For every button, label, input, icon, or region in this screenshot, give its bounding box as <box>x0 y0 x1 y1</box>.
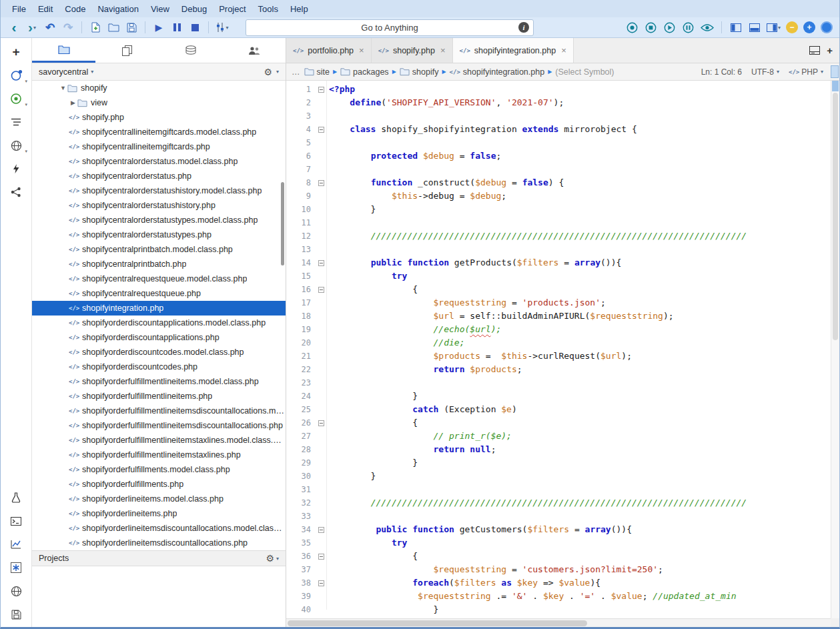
breadcrumb-item-SelectSymbol[interactable]: (Select Symbol) <box>555 67 614 77</box>
tree-item-shopifyorderfulfillmentlineitems.php[interactable]: </>shopifyorderfulfillmentlineitems.php <box>32 389 286 404</box>
horizontal-scroll-thumb[interactable] <box>288 620 587 626</box>
rail-share-button[interactable] <box>6 185 26 199</box>
editor-horizontal-scrollbar[interactable] <box>286 618 831 627</box>
tree-expander-icon[interactable]: ▼ <box>59 85 67 91</box>
rail-sync-button[interactable]: ▾ <box>6 68 26 83</box>
fold-toggle[interactable] <box>318 287 324 293</box>
run-button[interactable]: ▶ <box>152 19 165 35</box>
rail-web-button[interactable] <box>6 584 26 598</box>
open-files-panel-button[interactable] <box>809 46 820 55</box>
fold-toggle[interactable] <box>318 580 324 586</box>
tree-item-shopifycentralrequestqueue.model.class.php[interactable]: </>shopifycentralrequestqueue.model.clas… <box>32 271 286 286</box>
stop-button[interactable] <box>188 19 201 35</box>
rail-add-button[interactable]: + <box>6 45 26 59</box>
toggle-bottom-pane-button[interactable] <box>748 19 761 35</box>
rail-unit-test-button[interactable] <box>6 490 26 505</box>
fold-toggle[interactable] <box>318 420 324 426</box>
rail-profiler-button[interactable] <box>6 537 26 552</box>
language-selector[interactable]: </> PHP ▾ <box>789 67 823 77</box>
macro-pause-button[interactable] <box>682 19 695 35</box>
new-tab-button[interactable]: + <box>827 45 833 56</box>
new-file-button[interactable] <box>89 19 102 35</box>
editor-tab-portfolio.php[interactable]: </>portfolio.php× <box>286 38 372 63</box>
fold-toggle[interactable] <box>318 127 324 133</box>
tree-item-shopifyorderfulfillments.model.class.php[interactable]: </>shopifyorderfulfillments.model.class.… <box>32 462 286 477</box>
fold-toggle[interactable] <box>318 87 324 93</box>
editor-tab-shopifyintegration.php[interactable]: </>shopifyintegration.php× <box>453 38 574 63</box>
tree-item-shopifycentrallineitemgiftcards.php[interactable]: </>shopifycentrallineitemgiftcards.php <box>32 139 286 154</box>
rail-save-button[interactable] <box>6 607 26 622</box>
tree-item-shopifycentralprintbatch.php[interactable]: </>shopifycentralprintbatch.php <box>32 257 286 271</box>
tab-close-button[interactable]: × <box>359 45 364 55</box>
open-file-button[interactable] <box>107 19 120 35</box>
undo-button[interactable]: ↶ <box>43 19 57 35</box>
tree-item-shopifyorderdiscountcodes.php[interactable]: </>shopifyorderdiscountcodes.php <box>32 360 286 374</box>
tree-item-shopifyorderfulfillmentlineitems.model.class.php[interactable]: </>shopifyorderfulfillmentlineitems.mode… <box>32 374 286 389</box>
plus-circle-button[interactable]: + <box>803 21 815 33</box>
tree-item-shopifycentralprintbatch.model.class.php[interactable]: </>shopifycentralprintbatch.model.class.… <box>32 242 286 257</box>
rail-browser-button[interactable]: ▾ <box>6 138 26 153</box>
tree-item-shopifycentralrequestqueue.php[interactable]: </>shopifycentralrequestqueue.php <box>32 286 286 301</box>
toggle-right-pane-button[interactable]: ▾ <box>767 19 781 35</box>
redo-button[interactable]: ↷ <box>61 19 75 35</box>
rail-quick-actions-button[interactable] <box>6 161 26 176</box>
tree-item-shopifyorderfulfillments.php[interactable]: </>shopifyorderfulfillments.php <box>32 477 286 492</box>
project-selector-row[interactable]: savorycentral ▾ ⚙ ▾ <box>32 63 286 81</box>
tree-scrollbar[interactable] <box>281 182 284 265</box>
search-info-icon[interactable]: i <box>518 22 529 33</box>
rail-macro-button[interactable]: ▾ <box>6 91 26 106</box>
rail-terminal-button[interactable] <box>6 514 26 528</box>
tree-item-shopifycentralorderstatushistory.model.class.php[interactable]: </>shopifycentralorderstatushistory.mode… <box>32 183 286 198</box>
breadcrumb-item-shopify[interactable]: shopify <box>400 67 439 77</box>
tree-item-shopifycentralorderstatustypes.model.class.php[interactable]: </>shopifycentralorderstatustypes.model.… <box>32 213 286 227</box>
places-settings-button[interactable]: ⚙ ▾ <box>264 67 279 77</box>
tree-item-shopifyorderlineitems.model.class.php[interactable]: </>shopifyorderlineitems.model.class.php <box>32 492 286 506</box>
menu-file[interactable]: File <box>6 1 32 17</box>
tree-item-shopifyorderdiscountapplications.model.class.php[interactable]: </>shopifyorderdiscountapplications.mode… <box>32 316 286 330</box>
tab-files[interactable] <box>32 38 95 63</box>
tab-close-button[interactable]: × <box>440 45 446 55</box>
tree-expander-icon[interactable]: ▶ <box>69 99 77 106</box>
minus-circle-button[interactable]: − <box>786 21 798 33</box>
menu-tools[interactable]: Tools <box>252 1 284 17</box>
tree-item-shopifyorderfulfillmentlineitemstaxlines.model.class.php[interactable]: </>shopifyorderfulfillmentlineitemstaxli… <box>32 433 286 448</box>
vertical-scroll-thumb[interactable] <box>833 93 838 340</box>
encoding-selector[interactable]: UTF-8 ▾ <box>751 67 779 77</box>
tab-open-files[interactable] <box>95 38 159 63</box>
search-input[interactable] <box>246 19 534 36</box>
tab-databases[interactable] <box>159 38 222 63</box>
tree-item-shopifyintegration.php[interactable]: </>shopifyintegration.php <box>32 301 286 316</box>
tree-item-shopify.php[interactable]: </>shopify.php <box>32 110 286 125</box>
preview-button[interactable] <box>701 19 714 35</box>
tree-item-shopifyorderdiscountapplications.php[interactable]: </>shopifyorderdiscountapplications.php <box>32 330 286 345</box>
projects-header[interactable]: Projects ⚙ ▾ <box>32 550 286 566</box>
editor-vertical-scrollbar[interactable] <box>831 81 839 618</box>
split-view-button[interactable] <box>831 65 839 78</box>
menu-help[interactable]: Help <box>284 1 314 17</box>
tree-item-view[interactable]: ▶view <box>32 95 286 110</box>
projects-settings-button[interactable]: ⚙ ▾ <box>266 553 279 564</box>
dot-circle-button[interactable] <box>821 21 833 33</box>
menu-edit[interactable]: Edit <box>32 1 59 17</box>
menu-debug[interactable]: Debug <box>175 1 213 17</box>
forward-button[interactable]: ›▾ <box>25 19 39 35</box>
editor-tab-shopify.php[interactable]: </>shopify.php× <box>372 38 453 63</box>
tab-close-button[interactable]: × <box>561 45 566 55</box>
breadcrumb-item-packages[interactable]: packages <box>340 67 389 77</box>
breadcrumb-item-site[interactable]: site <box>304 67 330 77</box>
tree-item-shopifycentralorderstatustypes.php[interactable]: </>shopifycentralorderstatustypes.php <box>32 227 286 242</box>
menu-view[interactable]: View <box>145 1 175 17</box>
tree-item-shopifyorderfulfillmentlineitemsdiscountallocations.model.class.php[interactable]: </>shopifyorderfulfillmentlineitemsdisco… <box>32 404 286 418</box>
tree-item-shopifyorderdiscountcodes.model.class.php[interactable]: </>shopifyorderdiscountcodes.model.class… <box>32 345 286 360</box>
rail-outline-button[interactable] <box>6 115 26 129</box>
tree-item-shopifycentrallineitemgiftcards.model.class.php[interactable]: </>shopifycentrallineitemgiftcards.model… <box>32 125 286 139</box>
tree-item-shopifyorderfulfillmentlineitemsdiscountallocations.php[interactable]: </>shopifyorderfulfillmentlineitemsdisco… <box>32 418 286 433</box>
macro-stop-button[interactable] <box>645 19 658 35</box>
fold-toggle[interactable] <box>318 180 324 186</box>
tree-item-shopifycentralorderstatus.php[interactable]: </>shopifycentralorderstatus.php <box>32 169 286 183</box>
fold-toggle[interactable] <box>318 554 324 560</box>
macro-play-button[interactable] <box>663 19 677 35</box>
toggle-left-pane-button[interactable] <box>729 19 743 35</box>
back-button[interactable]: ‹ <box>7 19 21 35</box>
tree-item-shopifyorderfulfillmentlineitemstaxlines.php[interactable]: </>shopifyorderfulfillmentlineitemstaxli… <box>32 448 286 462</box>
